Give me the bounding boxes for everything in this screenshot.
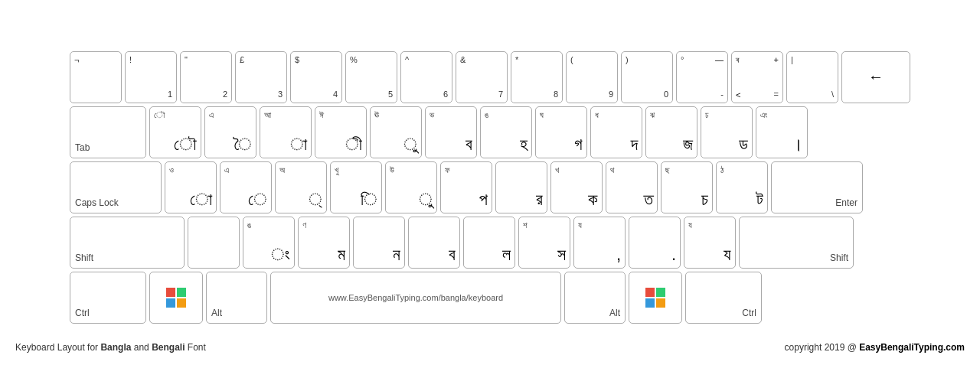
key-6[interactable]: ^ 6 [400, 51, 452, 103]
svg-rect-5 [656, 288, 665, 297]
windows-icon [165, 287, 187, 308]
svg-rect-1 [177, 288, 186, 297]
key-quote[interactable]: ঠ ট [716, 161, 768, 213]
key-k[interactable]: খ ক [550, 161, 603, 213]
svg-rect-7 [656, 298, 665, 308]
key-rbracket[interactable]: এং । [756, 106, 808, 158]
footer: Keyboard Layout for Bangla and Bengali F… [0, 339, 980, 356]
key-f[interactable]: খু ি [330, 161, 382, 213]
key-n[interactable]: ল [463, 217, 515, 269]
key-lbracket[interactable]: ঢ ড [701, 106, 753, 158]
key-0[interactable]: ) 0 [621, 51, 673, 103]
windows-icon-right [645, 287, 666, 308]
zxcv-row: Shift ঙ ং ণ ম ন ব ল শ স [70, 217, 910, 269]
footer-right: copyright 2019 @ EasyBengaliTyping.com [785, 342, 965, 353]
key-alt-right[interactable]: Alt [564, 272, 626, 324]
key-m[interactable]: শ স [518, 217, 570, 269]
footer-left: Keyboard Layout for Bangla and Bengali F… [15, 342, 206, 353]
key-b[interactable]: ব [408, 217, 460, 269]
key-equals[interactable]: ৰ + < = [731, 51, 783, 103]
key-comma[interactable]: য , [573, 217, 626, 269]
key-win-right[interactable] [629, 272, 682, 324]
key-i[interactable]: ঘ গ [535, 106, 587, 158]
key-s[interactable]: এ ে [220, 161, 272, 213]
key-enter[interactable]: Enter [771, 161, 863, 213]
key-h[interactable]: ফ প [440, 161, 492, 213]
svg-rect-6 [645, 298, 655, 308]
key-ctrl-left[interactable]: Ctrl [70, 272, 146, 324]
key-a[interactable]: ও ো [165, 161, 217, 213]
key-g[interactable]: উ ু [385, 161, 437, 213]
key-y[interactable]: ভ ব [425, 106, 477, 158]
key-d[interactable]: অ ্ [275, 161, 327, 213]
key-shift-left[interactable]: Shift [70, 217, 185, 269]
key-backslash[interactable]: | \ [786, 51, 838, 103]
key-w[interactable]: এ ৈ [204, 106, 256, 158]
space-url: www.EasyBengaliTyping.com/bangla/keyboar… [328, 293, 503, 302]
svg-rect-0 [166, 288, 175, 297]
key-l[interactable]: থ ত [606, 161, 658, 213]
key-3[interactable]: £ 3 [235, 51, 287, 103]
key-5[interactable]: % 5 [345, 51, 397, 103]
key-7[interactable]: & 7 [456, 51, 508, 103]
number-row: ¬ ‍ ! 1 " 2 £ 3 $ 4 % 5 ^ 6 [70, 51, 910, 103]
key-2[interactable]: " 2 [180, 51, 232, 103]
key-ctrl-right[interactable]: Ctrl [685, 272, 762, 324]
key-semicolon[interactable]: ছ চ [661, 161, 713, 213]
key-capslock[interactable]: Caps Lock [70, 161, 162, 213]
key-1[interactable]: ! 1 [125, 51, 177, 103]
qwerty-row: Tab ৌ ৌ এ ৈ আ া ঈ ী ঊ ু ভ ব [70, 106, 910, 158]
svg-rect-3 [177, 298, 186, 308]
keyboard: ¬ ‍ ! 1 " 2 £ 3 $ 4 % 5 ^ 6 [54, 36, 926, 339]
key-8[interactable]: * 8 [511, 51, 563, 103]
bottom-row: Ctrl Alt www.EasyBengaliTyping.com/bangl… [70, 272, 910, 324]
key-minus[interactable]: ° — - [676, 51, 728, 103]
key-z[interactable] [188, 217, 240, 269]
key-slash[interactable]: য য [684, 217, 736, 269]
key-p[interactable]: ঝ জ [645, 106, 697, 158]
key-backtick[interactable]: ¬ ‍ [70, 51, 122, 103]
key-q[interactable]: ৌ ৌ [149, 106, 201, 158]
key-r[interactable]: ঈ ী [315, 106, 367, 158]
key-shift-right[interactable]: Shift [739, 217, 854, 269]
asdf-row: Caps Lock ও ো এ ে অ ্ খু ি উ ু ফ প [70, 161, 910, 213]
key-period[interactable]: . [629, 217, 681, 269]
key-9[interactable]: ( 9 [566, 51, 618, 103]
key-c[interactable]: ণ ম [298, 217, 350, 269]
key-win-left[interactable] [149, 272, 203, 324]
key-t[interactable]: ঊ ু [370, 106, 422, 158]
key-space[interactable]: www.EasyBengaliTyping.com/bangla/keyboar… [270, 272, 561, 324]
key-backspace[interactable]: ← [841, 51, 910, 103]
svg-rect-4 [645, 288, 655, 297]
key-tab[interactable]: Tab [70, 106, 146, 158]
key-v[interactable]: ন [353, 217, 405, 269]
svg-rect-2 [166, 298, 175, 308]
key-x[interactable]: ঙ ং [243, 217, 295, 269]
key-e[interactable]: আ া [260, 106, 312, 158]
key-o[interactable]: ধ দ [590, 106, 642, 158]
key-alt-left[interactable]: Alt [206, 272, 267, 324]
key-u[interactable]: ঙ হ [480, 106, 532, 158]
key-4[interactable]: $ 4 [290, 51, 342, 103]
key-j[interactable]: র [495, 161, 547, 213]
